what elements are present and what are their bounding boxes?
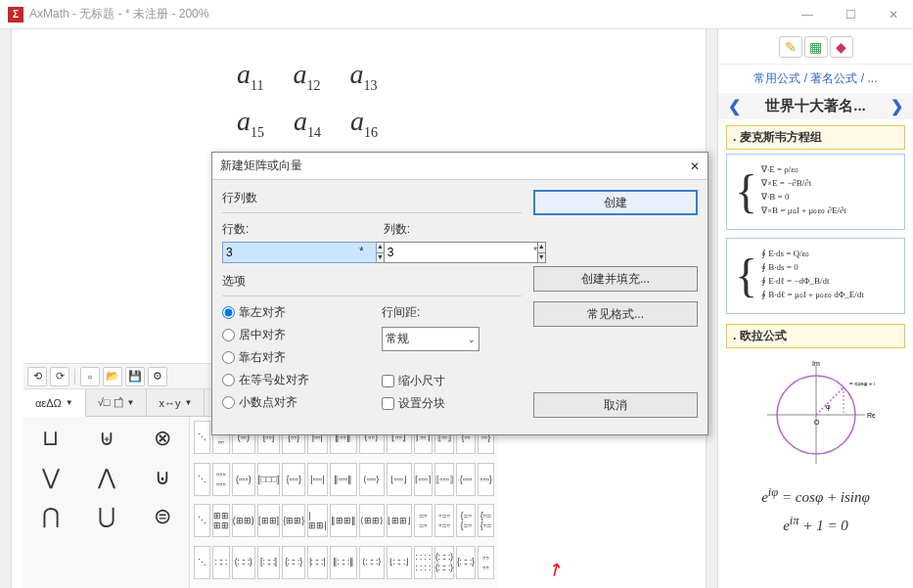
formula-library-panel: ✎ ▦ ◆ 常用公式 / 著名公式 / ... ❮ 世界十大著名... ❯ . … — [717, 29, 913, 588]
matrix-template[interactable]: ⊞⊞⊞⊞ — [212, 504, 230, 537]
prev-arrow-icon[interactable]: ❮ — [728, 97, 741, 115]
matrix-template[interactable]: {▫▫▫ — [456, 463, 476, 496]
matrix-template[interactable]: ⌈▫▫▫⌉ — [414, 463, 434, 496]
matrix-template[interactable]: (⸬⸬)(⸬⸬) — [434, 546, 454, 579]
tab-radicals[interactable]: √□ □̂ ▼ — [86, 389, 148, 416]
matrix-template[interactable]: ⋱ — [194, 546, 210, 579]
matrix-template[interactable]: {⸬⸬} — [282, 546, 305, 579]
matrix-template[interactable]: ⋱ — [194, 463, 210, 496]
matrix-template[interactable]: ⟨▫▫▫⟩ — [359, 463, 385, 496]
matrix-template[interactable]: ⟦▫▫▫⟧ — [434, 463, 454, 496]
symbol-bigcap[interactable]: ⋂ — [31, 499, 70, 534]
align-eq-label: 在等号处对齐 — [239, 372, 309, 388]
matrix-template[interactable]: ⸬⸬ — [212, 546, 230, 579]
tab-greek[interactable]: αεΔΩ ▼ — [23, 389, 86, 417]
cols-input[interactable] — [384, 242, 538, 263]
matrix-template[interactable]: {▫▫▫} — [282, 463, 305, 496]
common-format-button[interactable]: 常见格式... — [533, 301, 698, 327]
matrix-template[interactable]: |⊞⊞| — [307, 504, 327, 537]
shrink-checkbox[interactable] — [382, 375, 394, 387]
spacing-select[interactable]: 常规⌄ — [382, 327, 479, 351]
maximize-button[interactable]: ☐ — [839, 3, 862, 26]
matrix-template[interactable]: ⟨⊞⊞⟩ — [359, 504, 385, 537]
rows-label: 行数: — [222, 221, 340, 238]
matrix-template[interactable]: ‖⸬⸬‖ — [330, 546, 357, 579]
matrix-template[interactable]: [□□□] — [257, 463, 280, 496]
settings-button[interactable]: ⚙ — [148, 367, 167, 386]
open-button[interactable]: 📂 — [103, 367, 122, 386]
equation-display: a11 a12 a13 a15 a14 a16 — [237, 59, 378, 152]
symbol-bigwedge[interactable]: ⋀ — [87, 460, 126, 495]
minimize-button[interactable]: — — [796, 3, 819, 26]
tool-eraser-icon[interactable]: ✎ — [779, 36, 802, 58]
next-arrow-icon[interactable]: ❯ — [890, 97, 903, 115]
matrix-template[interactable]: ‖⊞⊞‖ — [330, 504, 357, 537]
align-left-radio[interactable] — [222, 306, 235, 319]
matrix-template[interactable]: (▫▫▫) — [232, 463, 255, 496]
new-button[interactable]: ▫ — [80, 367, 100, 386]
tool-btn-2[interactable]: ⟳ — [50, 367, 69, 386]
dialog-close-icon[interactable]: ✕ — [690, 159, 700, 173]
close-button[interactable]: ✕ — [882, 3, 905, 26]
euler-equation-1[interactable]: eiφ = cosφ + isinφ — [718, 481, 913, 510]
matrix-template[interactable]: [⸬⸬] — [257, 546, 280, 579]
matrix-template[interactable]: ⸬ ⸬⸬ ⸬ — [414, 546, 434, 579]
matrix-template[interactable]: {⸬⸬} — [456, 546, 476, 579]
symbol-otimes[interactable]: ⊗ — [143, 421, 182, 456]
symbol-sqcup[interactable]: ⊔ — [31, 421, 70, 456]
tool-tag-icon[interactable]: ◆ — [830, 36, 853, 58]
align-eq-radio[interactable] — [222, 374, 235, 386]
matrix-template[interactable]: ⌊⸬⸬⌋ — [387, 546, 412, 579]
align-center-radio[interactable] — [222, 329, 235, 341]
matrix-template-palette: ⋱ ▫▫▫▫ (▫▫) [▫▫] {▫▫} |▫▫| ‖▫▫‖ ⟨▫▫⟩ ⌊▫▫… — [190, 417, 498, 588]
symbol-circledeq[interactable]: ⊜ — [143, 499, 182, 534]
tool-grid-icon[interactable]: ▦ — [804, 36, 828, 58]
matrix-template[interactable]: ⋱ — [194, 421, 210, 454]
matrix-template[interactable]: |▫▫▫| — [307, 463, 327, 496]
matrix-template[interactable]: ▫▫▫▫ — [478, 546, 494, 579]
symbol-uplus[interactable]: ⊎ — [87, 421, 126, 456]
create-button[interactable]: 创建 — [533, 190, 698, 215]
maxwell-diff-form[interactable]: { ∇·E = ρ/ε₀ ∇×E = −∂B/∂t ∇·B = 0 ∇×B = … — [726, 154, 905, 230]
matrix-template[interactable]: |⸬⸬| — [307, 546, 327, 579]
euler-circle-diagram[interactable]: Re Im φ = cosφ + isinφ O — [757, 356, 875, 474]
block-checkbox[interactable] — [382, 397, 394, 410]
matrix-template[interactable]: ‖▫▫▫‖ — [330, 463, 357, 496]
align-center-label: 居中对齐 — [239, 327, 286, 343]
matrix-template[interactable]: ⌊⊞⊞⌋ — [387, 504, 412, 537]
save-button[interactable]: 💾 — [125, 367, 145, 386]
cancel-button[interactable]: 取消 — [533, 392, 698, 418]
matrix-template[interactable]: =▫=▫ — [414, 504, 434, 537]
matrix-template[interactable]: (⸬⸬) — [232, 546, 255, 579]
dialog-title-text: 新建矩阵或向量 — [220, 158, 302, 174]
matrix-template[interactable]: ⟨⸬⸬⟩ — [359, 546, 385, 579]
align-dot-radio[interactable] — [222, 396, 235, 409]
matrix-template[interactable]: (⊞⊞) — [232, 504, 255, 537]
matrix-template[interactable]: ▫=▫▫=▫ — [434, 504, 454, 537]
align-right-radio[interactable] — [222, 351, 235, 364]
window-title: AxMath - 无标题 - * 未注册 - 200% — [29, 6, 796, 23]
euler-equation-2[interactable]: eiπ + 1 = 0 — [718, 510, 913, 538]
matrix-template[interactable]: {⊞⊞} — [282, 504, 305, 537]
symbol-cupdot[interactable]: ⊍ — [143, 460, 182, 495]
matrix-template[interactable]: [⊞⊞] — [257, 504, 280, 537]
matrix-template[interactable]: {=▫{=▫ — [456, 504, 476, 537]
svg-line-3 — [816, 387, 844, 415]
panel-heading-text: 世界十大著名... — [765, 97, 866, 115]
svg-text:Re: Re — [867, 412, 875, 419]
group-options-label: 选项 — [222, 273, 522, 290]
matrix-template[interactable]: ▫▫▫▫▫▫ — [212, 463, 230, 496]
create-fill-button[interactable]: 创建并填充... — [533, 266, 698, 292]
matrix-template[interactable]: ⋱ — [194, 504, 210, 537]
maxwell-int-form[interactable]: { ∮ E·ds = Q/ε₀ ∮ B·ds = 0 ∮ E·dℓ = −dΦ_… — [726, 238, 905, 314]
tab-relations[interactable]: x↔y ▼ — [147, 389, 205, 416]
symbol-bigvee[interactable]: ⋁ — [31, 460, 70, 495]
panel-breadcrumb[interactable]: 常用公式 / 著名公式 / ... — [718, 65, 913, 93]
tool-btn-1[interactable]: ⟲ — [27, 367, 47, 386]
matrix-template[interactable]: ▫▫▫} — [478, 463, 494, 496]
matrix-template[interactable]: ⌊▫▫▫⌋ — [387, 463, 412, 496]
rows-input[interactable] — [222, 242, 377, 263]
symbol-bigcup[interactable]: ⋃ — [87, 499, 126, 534]
new-matrix-dialog: 新建矩阵或向量 ✕ 行列数 行数: ▲▼ * 列数: — [211, 152, 708, 435]
matrix-template[interactable]: {▫={▫= — [478, 504, 494, 537]
